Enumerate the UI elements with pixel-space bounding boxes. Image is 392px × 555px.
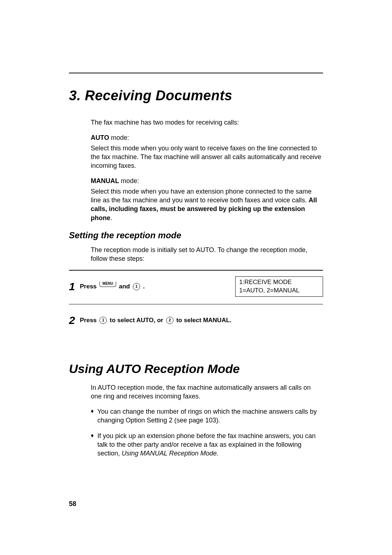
section2-intro: In AUTO reception mode, the fax machine …: [91, 383, 323, 401]
bullet-item-1: ♦ You can change the number of rings on …: [91, 407, 323, 425]
manual-mode-desc-part1: Select this mode when you have an extens…: [91, 188, 311, 204]
manual-mode-heading: MANUAL mode:: [91, 177, 323, 185]
lcd-line-2: 1=AUTO, 2=MANUAL: [239, 287, 319, 295]
section-using-auto-reception: Using AUTO Reception Mode: [69, 362, 323, 376]
step1-period: .: [143, 283, 145, 290]
step1-and: and: [119, 283, 130, 290]
page-number: 58: [69, 500, 76, 508]
manual-page: 3. Receiving Documents The fax machine h…: [0, 0, 392, 555]
section-setting-reception-mode: Setting the reception mode: [69, 230, 323, 240]
bullet-item-2: ♦ If you pick up an extension phone befo…: [91, 432, 323, 458]
lcd-line-1: 1:RECEIVE MODE: [239, 278, 319, 287]
step-1-content: Press MENU and 1 . 1:RECEIVE MODE 1=AUTO…: [80, 276, 323, 297]
top-horizontal-rule: [69, 73, 323, 73]
step-2-number: 2: [69, 315, 80, 326]
section1-intro: The reception mode is initially set to A…: [91, 246, 323, 263]
step1-press: Press: [80, 283, 97, 290]
step2-end: to select MANUAL.: [176, 317, 232, 324]
chapter-title: 3. Receiving Documents: [69, 88, 323, 104]
key-2-icon: 2: [166, 317, 173, 324]
intro-text: The fax machine has two modes for receiv…: [91, 118, 323, 127]
step-1-number: 1: [69, 281, 80, 292]
manual-mode-desc: Select this mode when you have an extens…: [91, 187, 323, 222]
manual-mode-desc-part2: .: [110, 214, 112, 222]
step2-mid: to select AUTO, or: [110, 317, 163, 324]
auto-mode-suffix: mode:: [109, 134, 129, 141]
key-1-icon: 1: [99, 317, 107, 324]
bullet-mark-icon: ♦: [91, 432, 94, 458]
step-2-row: 2 Press 1 to select AUTO, or 2 to select…: [69, 304, 323, 336]
manual-mode-label: MANUAL: [91, 177, 119, 185]
lcd-display: 1:RECEIVE MODE 1=AUTO, 2=MANUAL: [235, 276, 323, 297]
manual-mode-suffix: mode:: [119, 177, 139, 185]
step-1-row: 1 Press MENU and 1 . 1:RECEIVE MODE 1=AU…: [69, 271, 323, 303]
bullet-list: ♦ You can change the number of rings on …: [91, 407, 323, 458]
step2-press: Press: [80, 317, 97, 324]
auto-mode-desc: Select this mode when you only want to r…: [91, 144, 323, 170]
section2-body: In AUTO reception mode, the fax machine …: [91, 383, 323, 401]
menu-key-icon: MENU: [99, 281, 116, 287]
bullet-mark-icon: ♦: [91, 407, 94, 425]
bullet-2-text: If you pick up an extension phone before…: [97, 432, 323, 458]
step-2-content: Press 1 to select AUTO, or 2 to select M…: [80, 317, 323, 324]
bullet2-italic: Using MANUAL Reception Mode.: [122, 450, 219, 457]
section1-body: The reception mode is initially set to A…: [91, 246, 323, 263]
bullet-1-text: You can change the number of rings on wh…: [97, 407, 323, 425]
auto-mode-heading: AUTO mode:: [91, 133, 323, 142]
intro-block: The fax machine has two modes for receiv…: [91, 118, 323, 222]
key-1-icon: 1: [133, 283, 140, 290]
auto-mode-label: AUTO: [91, 134, 109, 141]
